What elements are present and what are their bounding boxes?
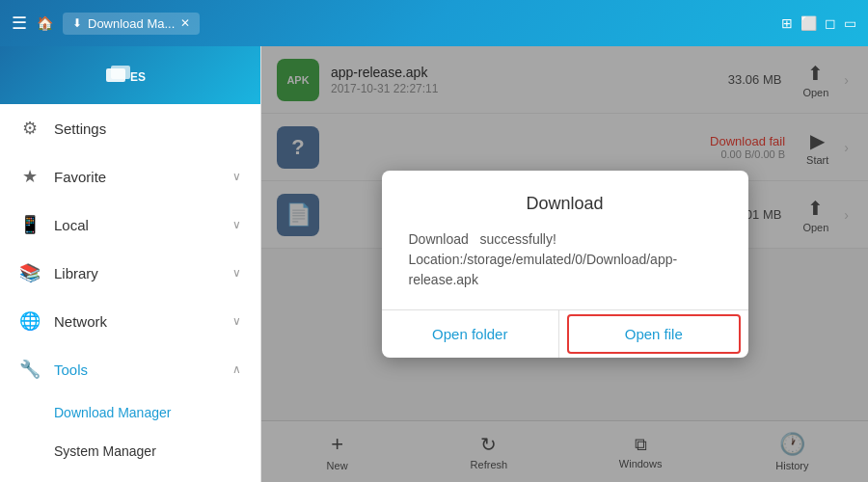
sidebar-item-tools[interactable]: 🔧 Tools ∧ [0, 345, 260, 393]
tools-icon: 🔧 [19, 359, 41, 380]
topbar: ☰ 🏠 ⬇ Download Ma... ✕ ⊞ ⬜ ◻ ▭ [0, 0, 868, 46]
open-folder-button[interactable]: Open folder [382, 310, 560, 358]
chevron-tools: ∧ [232, 362, 241, 376]
sidebar: ES ⚙ Settings ★ Favorite ∨ 📱 Local ∨ 📚 L… [0, 46, 261, 482]
action-icon-4[interactable]: ▭ [844, 15, 856, 31]
svg-text:ES: ES [130, 70, 146, 84]
dialog-actions: Open folder Open file [382, 309, 748, 358]
main-area: ES ⚙ Settings ★ Favorite ∨ 📱 Local ∨ 📚 L… [0, 46, 868, 482]
sidebar-label-tools: Tools [54, 362, 219, 378]
sidebar-item-local[interactable]: 📱 Local ∨ [0, 201, 260, 249]
network-icon: 🌐 [19, 310, 41, 332]
home-icon[interactable]: 🏠 [37, 15, 53, 31]
chevron-local: ∨ [232, 218, 241, 231]
sidebar-item-network[interactable]: 🌐 Network ∨ [0, 297, 260, 345]
sidebar-header: ES [0, 46, 260, 104]
sidebar-item-settings[interactable]: ⚙ Settings [0, 104, 260, 152]
topbar-actions: ⊞ ⬜ ◻ ▭ [781, 15, 856, 31]
sidebar-logo: ES [101, 61, 159, 90]
submenu-system-manager[interactable]: System Manager [54, 432, 260, 470]
content-area: APK app-release.apk 2017-10-31 22:27:11 … [261, 46, 868, 482]
sidebar-label-network: Network [54, 313, 219, 330]
sidebar-label-settings: Settings [54, 120, 241, 137]
open-file-button[interactable]: Open file [567, 314, 741, 354]
tab-download-icon: ⬇ [72, 16, 82, 30]
sidebar-label-favorite: Favorite [54, 169, 219, 185]
menu-icon[interactable]: ☰ [12, 13, 27, 34]
action-icon-2[interactable]: ⬜ [800, 15, 817, 31]
active-tab[interactable]: ⬇ Download Ma... ✕ [63, 13, 200, 35]
submenu-download-manager[interactable]: Download Manager [54, 393, 260, 432]
library-icon: 📚 [19, 262, 41, 283]
chevron-network: ∨ [232, 314, 241, 328]
action-icon-3[interactable]: ◻ [825, 15, 836, 31]
chevron-favorite: ∨ [232, 170, 241, 183]
chevron-library: ∨ [232, 266, 241, 280]
tab-close-icon[interactable]: ✕ [180, 16, 190, 30]
sidebar-label-library: Library [54, 265, 219, 281]
sidebar-label-local: Local [54, 217, 219, 233]
download-dialog: Download Download successfully!Location:… [382, 171, 748, 358]
dialog-message: Download successfully!Location:/storage/… [409, 229, 721, 290]
dialog-overlay: Download Download successfully!Location:… [261, 46, 868, 482]
local-icon: 📱 [19, 214, 41, 235]
sidebar-item-library[interactable]: 📚 Library ∨ [0, 249, 260, 297]
tools-submenu: Download Manager System Manager [0, 393, 260, 470]
dialog-buttons: Open folder Open file [382, 310, 748, 358]
tab-label: Download Ma... [88, 16, 175, 31]
sidebar-item-favorite[interactable]: ★ Favorite ∨ [0, 152, 260, 201]
svg-rect-1 [111, 66, 130, 79]
dialog-title: Download [409, 194, 721, 214]
favorite-icon: ★ [19, 166, 41, 187]
action-icon-1[interactable]: ⊞ [781, 15, 793, 31]
settings-icon: ⚙ [19, 118, 41, 139]
